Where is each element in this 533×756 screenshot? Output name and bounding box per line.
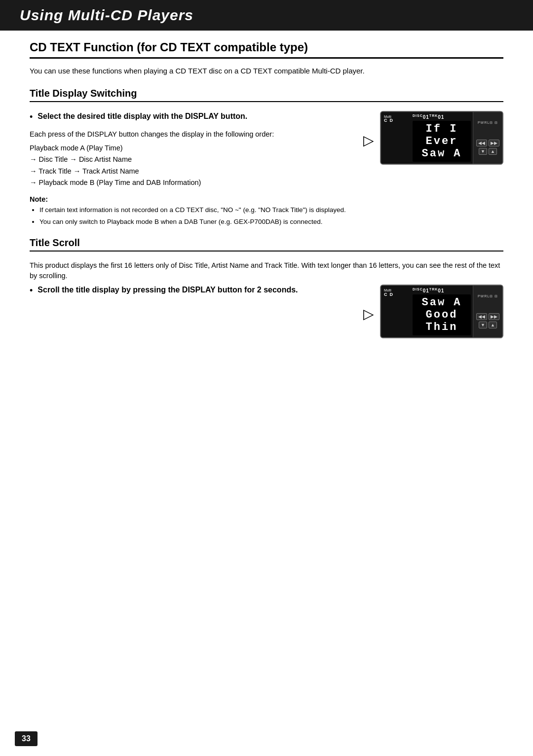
title-display-bullet: • Select the desired title display with … [30,111,353,122]
vol-up-btn-2: ▲ [489,322,497,328]
title-scroll-intro: This product displays the first 16 lette… [30,260,503,282]
note-title: Note: [30,195,503,203]
cd-text-intro: You can use these functions when playing… [30,66,503,77]
title-display-bullet-text: Select the desired title display with th… [38,111,247,122]
ctrl-group-2: ◀◀ ▶▶ ▼ ▲ [476,313,499,328]
vol-down-btn-2: ▼ [479,322,487,328]
cd-text-section-heading: CD TEXT Function (for CD TEXT compatible… [30,40,503,59]
prev-track-btn-2: ◀◀ [476,313,487,320]
multi-cd-label-1: Multi C D [384,115,408,124]
title-display-right: ▷ Multi C D DISC01TRK01 If I Ever Saw A [363,111,503,165]
page-number: 33 [15,731,38,746]
pwrl-label-2: PWRL⊟ ⊟ [478,294,498,298]
pwrl-label-1: PWRL⊟ ⊟ [478,121,498,125]
player-center-1: DISC01TRK01 If I Ever Saw A [411,112,473,164]
ctrl-top-1: ◀◀ ▶▶ [476,140,499,146]
ctrl-bottom-2: ▼ ▲ [479,322,497,328]
title-scroll-bullet: • Scroll the title display by pressing t… [30,285,353,296]
vol-down-btn-1: ▼ [479,148,487,155]
main-text-display-1: If I Ever Saw A [413,121,471,162]
title-scroll-bullet-text: Scroll the title display by pressing the… [38,285,298,295]
arrow-icon: ▷ [363,132,374,148]
player-center-2: DISC01TRK01 Saw A Good Thin [411,286,473,337]
ctrl-group-1: ◀◀ ▶▶ ▼ ▲ [476,140,499,155]
prev-track-btn-1: ◀◀ [476,140,487,146]
bullet-icon-2: • [30,286,33,296]
main-text-display-2: Saw A Good Thin [413,294,471,335]
bullet-icon: • [30,112,33,122]
banner-title: Using Multi-CD Players [20,7,513,24]
top-banner: Using Multi-CD Players [0,0,533,31]
player-right-1: PWRL⊟ ⊟ ◀◀ ▶▶ ▼ ▲ [473,112,502,164]
player-display-1: Multi C D DISC01TRK01 If I Ever Saw A PW… [380,111,503,165]
title-display-section-heading: Title Display Switching [30,88,503,102]
note-item-2: You can only switch to Playback mode B w… [39,217,503,227]
cd-text-heading: CD TEXT Function (for CD TEXT compatible… [30,40,503,54]
title-display-body1: Each press of the DISPLAY button changes… [30,129,353,140]
vol-up-btn-1: ▲ [489,148,497,155]
ctrl-bottom-1: ▼ ▲ [479,148,497,155]
title-scroll-heading: Title Scroll [30,237,503,249]
playback-item2: Track Title → Track Artist Name [30,166,353,177]
title-scroll-right: ▷ Multi C D DISC01TRK01 Saw A Good Thin [363,285,503,338]
title-display-content-row: • Select the desired title display with … [30,111,503,189]
arrow-icon-2: ▷ [363,306,374,322]
playback-order-list: Playback mode A (Play Time) Disc Title →… [30,143,353,188]
player-display-2: Multi C D DISC01TRK01 Saw A Good Thin PW… [380,285,503,338]
title-scroll-section-heading: Title Scroll [30,237,503,252]
disc-trk-info-1: DISC01TRK01 [413,114,471,120]
title-display-heading: Title Display Switching [30,88,503,99]
player-right-2: PWRL⊟ ⊟ ◀◀ ▶▶ ▼ ▲ [473,286,502,337]
next-track-btn-2: ▶▶ [489,313,499,320]
ctrl-top-2: ◀◀ ▶▶ [476,313,499,320]
note-list: If certain text information is not recor… [30,205,503,227]
playback-mode-a: Playback mode A (Play Time) [30,143,353,154]
player-left-2: Multi C D [381,286,411,337]
multi-cd-label-2: Multi C D [384,288,408,297]
disc-trk-info-2: DISC01TRK01 [413,288,471,293]
player-left-1: Multi C D [381,112,411,164]
note-item-1: If certain text information is not recor… [39,205,503,215]
title-scroll-content-row: • Scroll the title display by pressing t… [30,285,503,338]
playback-item1: Disc Title → Disc Artist Name [30,154,353,165]
next-track-btn-1: ▶▶ [489,140,499,146]
title-scroll-left: • Scroll the title display by pressing t… [30,285,363,303]
title-display-left: • Select the desired title display with … [30,111,363,189]
note-section: Note: If certain text information is not… [30,195,503,227]
playback-item3: Playback mode B (Play Time and DAB Infor… [30,177,353,188]
